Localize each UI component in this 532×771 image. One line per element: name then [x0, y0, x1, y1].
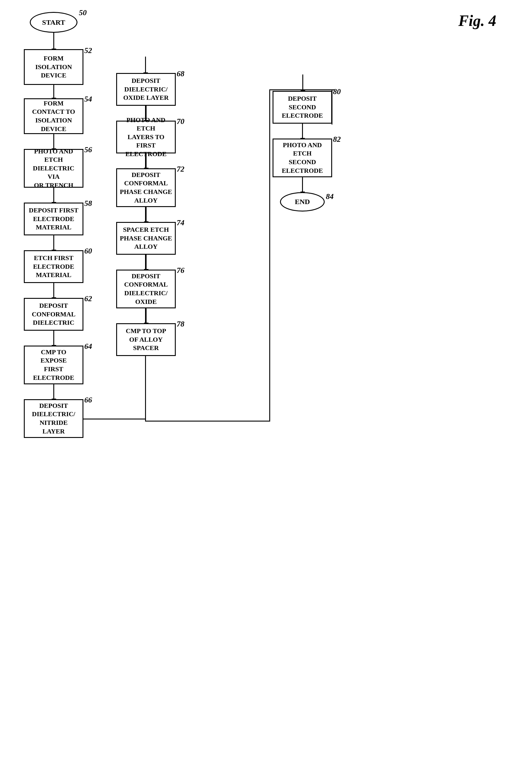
arrow-56-58: [53, 188, 54, 203]
arrow-52-54: [53, 85, 54, 98]
step-74: 74: [177, 218, 184, 227]
step-60: 60: [84, 247, 92, 256]
arrow-58-60: [53, 235, 54, 250]
step-50: 50: [79, 8, 87, 17]
box-56: PHOTO AND ETCH DIELECTRIC VIA OR TRENCH: [24, 149, 83, 188]
arrow-into-80: [302, 74, 303, 91]
box-62: DEPOSIT CONFORMAL DIELECTRIC: [24, 298, 83, 331]
box-60: ETCH FIRST ELECTRODE MATERIAL: [24, 250, 83, 283]
right-col-connector-h-top: [269, 89, 332, 90]
step-54: 54: [84, 95, 92, 104]
arrow-into-68: [145, 57, 146, 73]
arrow-62-64: [53, 331, 54, 346]
box-78: CMP TO TOP OF ALLOY SPACER: [116, 323, 176, 356]
box-76: DEPOSIT CONFORMAL DIELECTRIC/ OXIDE: [116, 270, 176, 308]
step-58: 58: [84, 199, 92, 208]
arrow-60-62: [53, 283, 54, 298]
conn-78-80-v-up: [269, 125, 270, 422]
right-col-connector-v: [332, 89, 332, 125]
arrow-70-72: [146, 153, 147, 168]
box-74: SPACER ETCH PHASE CHANGE ALLOY: [116, 222, 176, 255]
box-72: DEPOSIT CONFORMAL PHASE CHANGE ALLOY: [116, 168, 176, 207]
step-62: 62: [84, 294, 92, 303]
box-66: DEPOSIT DIELECTRIC/ NITRIDE LAYER: [24, 399, 83, 438]
step-70: 70: [177, 117, 184, 126]
step-78: 78: [177, 320, 184, 329]
arrow-54-56: [53, 134, 54, 149]
step-68: 68: [177, 69, 184, 78]
arrow-74-76: [146, 255, 147, 270]
step-84: 84: [326, 192, 334, 201]
box-64: CMP TO EXPOSE FIRST ELECTRODE: [24, 346, 83, 384]
box-54: FORM CONTACT TO ISOLATION DEVICE: [24, 98, 83, 134]
box-58: DEPOSIT FIRST ELECTRODE MATERIAL: [24, 203, 83, 235]
arrow-82-end: [302, 177, 303, 192]
box-82: PHOTO AND ETCH SECOND ELECTRODE: [273, 139, 332, 177]
step-80: 80: [333, 87, 341, 96]
start-node: START: [30, 12, 77, 33]
box-80: DEPOSIT SECOND ELECTRODE: [273, 91, 332, 124]
box-70: PHOTO AND ETCH LAYERS TO FIRST ELECTRODE: [116, 121, 176, 153]
arrow-64-66: [53, 384, 54, 399]
step-82: 82: [333, 135, 341, 144]
figure-label: Fig. 4: [458, 12, 496, 29]
box-68: DEPOSIT DIELECTRIC/ OXIDE LAYER: [116, 73, 176, 106]
step-66: 66: [84, 396, 92, 405]
step-64: 64: [84, 342, 92, 351]
arrow-80-82: [302, 124, 303, 139]
step-52: 52: [84, 46, 92, 55]
arrow-start-52: [53, 33, 54, 49]
conn-78-80-h: [145, 421, 270, 422]
box-52: FORM ISOLATION DEVICE: [24, 49, 83, 85]
step-76: 76: [177, 266, 184, 275]
conn-66-68-h: [83, 419, 146, 419]
conn-78-80-v-down: [145, 356, 146, 422]
conn-right-top: [269, 89, 270, 127]
arrow-72-74: [146, 207, 147, 222]
arrow-76-78: [146, 308, 147, 323]
step-56: 56: [84, 145, 92, 154]
end-node: END: [280, 192, 325, 212]
step-72: 72: [177, 165, 184, 174]
